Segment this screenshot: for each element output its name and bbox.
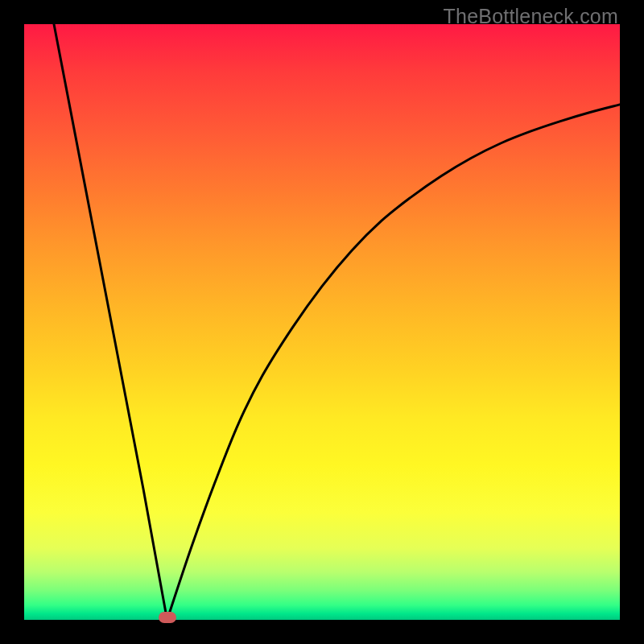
- minimum-marker: [159, 612, 176, 623]
- curve-right-branch: [167, 105, 620, 620]
- chart-frame: [24, 24, 620, 620]
- curve-left-branch: [54, 24, 167, 620]
- chart-curve-layer: [24, 24, 620, 620]
